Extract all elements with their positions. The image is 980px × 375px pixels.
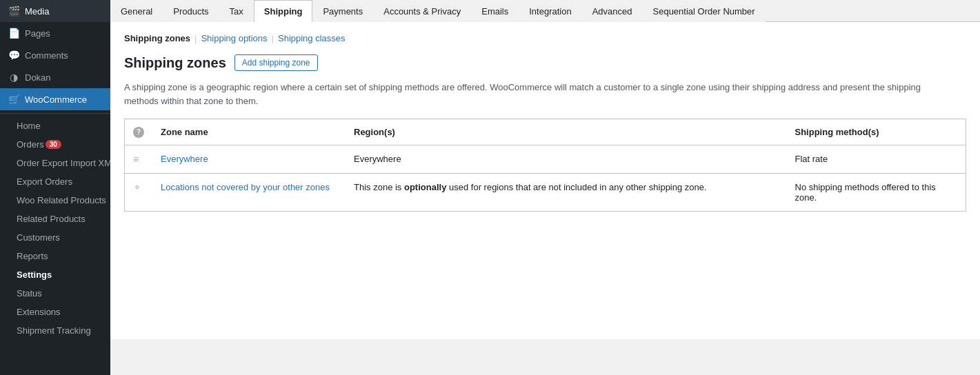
sidebar: 🎬 Media 📄 Pages 💬 Comments ◑ Dokan 🛒 Woo… bbox=[0, 0, 110, 375]
sidebar-subitem-status[interactable]: Status bbox=[0, 284, 110, 303]
woocommerce-icon: 🛒 bbox=[8, 94, 19, 105]
tab-general[interactable]: General bbox=[110, 0, 163, 22]
sidebar-subitem-extensions[interactable]: Extensions bbox=[0, 303, 110, 321]
globe-icon: ⚬ bbox=[133, 182, 141, 193]
tab-accounts-privacy[interactable]: Accounts & Privacy bbox=[373, 0, 471, 22]
sidebar-item-label: Media bbox=[25, 6, 49, 17]
sidebar-subitem-home[interactable]: Home bbox=[0, 116, 110, 135]
sidebar-item-woocommerce[interactable]: 🛒 WooCommerce bbox=[0, 88, 110, 110]
tab-advanced[interactable]: Advanced bbox=[582, 0, 643, 22]
tab-sequential-order-number[interactable]: Sequential Order Number bbox=[643, 0, 766, 22]
subnav-shipping-options[interactable]: Shipping options bbox=[201, 33, 267, 43]
tabs-bar: General Products Tax Shipping Payments A… bbox=[110, 0, 980, 22]
table-row: ⚬ Locations not covered by your other zo… bbox=[125, 173, 966, 211]
sidebar-subitem-order-export-import[interactable]: Order Export Import XML bbox=[0, 154, 110, 172]
zone-name-cell: Everywhere bbox=[152, 145, 346, 173]
tab-emails[interactable]: Emails bbox=[471, 0, 519, 22]
drag-handle-icon[interactable]: ≡ bbox=[133, 154, 139, 165]
sidebar-subitem-shipment-tracking[interactable]: Shipment Tracking bbox=[0, 321, 110, 340]
sub-nav: Shipping zones | Shipping options | Ship… bbox=[124, 33, 966, 43]
subnav-sep-1: | bbox=[194, 33, 197, 43]
tab-products[interactable]: Products bbox=[163, 0, 219, 22]
sidebar-item-label: Dokan bbox=[25, 72, 51, 83]
sidebar-subitem-customers[interactable]: Customers bbox=[0, 228, 110, 247]
region-cell: This zone is optionally used for regions… bbox=[346, 173, 787, 211]
region-text-suffix: used for regions that are not included i… bbox=[446, 182, 706, 192]
orders-badge: 30 bbox=[46, 140, 61, 149]
col-header-region: Region(s) bbox=[346, 119, 787, 145]
sidebar-item-label: Comments bbox=[25, 50, 68, 61]
region-text-bold: optionally bbox=[404, 182, 446, 192]
col-header-zone: Zone name bbox=[152, 119, 346, 145]
region-cell: Everywhere bbox=[346, 145, 787, 173]
tab-tax[interactable]: Tax bbox=[219, 0, 254, 22]
sidebar-subitem-export-orders[interactable]: Export Orders bbox=[0, 172, 110, 191]
sidebar-subitem-reports[interactable]: Reports bbox=[0, 247, 110, 265]
help-icon[interactable]: ? bbox=[133, 127, 144, 138]
add-shipping-zone-button[interactable]: Add shipping zone bbox=[234, 54, 318, 71]
col-header-method: Shipping method(s) bbox=[787, 119, 966, 145]
sidebar-item-pages[interactable]: 📄 Pages bbox=[0, 22, 110, 44]
tab-integration[interactable]: Integration bbox=[519, 0, 581, 22]
sidebar-subitem-settings[interactable]: Settings bbox=[0, 265, 110, 284]
subnav-shipping-classes[interactable]: Shipping classes bbox=[278, 33, 346, 43]
sidebar-subitem-related-products[interactable]: Related Products bbox=[0, 210, 110, 228]
sidebar-item-label: Pages bbox=[25, 28, 50, 39]
region-text-prefix: This zone is bbox=[354, 182, 404, 192]
content-area: Shipping zones | Shipping options | Ship… bbox=[110, 22, 980, 339]
tab-shipping[interactable]: Shipping bbox=[254, 0, 313, 22]
zone-locations-not-covered-link[interactable]: Locations not covered by your other zone… bbox=[161, 182, 330, 192]
col-header-icon: ? bbox=[125, 119, 153, 145]
page-title: Shipping zones bbox=[124, 55, 226, 71]
sidebar-item-dokan[interactable]: ◑ Dokan bbox=[0, 66, 110, 88]
sidebar-item-comments[interactable]: 💬 Comments bbox=[0, 44, 110, 66]
tab-payments[interactable]: Payments bbox=[312, 0, 373, 22]
pages-icon: 📄 bbox=[8, 28, 19, 39]
sidebar-item-label: WooCommerce bbox=[25, 94, 87, 105]
dokan-icon: ◑ bbox=[8, 72, 19, 83]
table-row: ≡ Everywhere Everywhere Flat rate bbox=[125, 145, 966, 173]
zone-everywhere-link[interactable]: Everywhere bbox=[161, 154, 208, 164]
method-cell: Flat rate bbox=[787, 145, 966, 173]
sidebar-item-media[interactable]: 🎬 Media bbox=[0, 0, 110, 22]
zones-table: ? Zone name Region(s) Shipping method(s)… bbox=[124, 119, 966, 212]
sidebar-subitem-woo-related-products[interactable]: Woo Related Products bbox=[0, 191, 110, 210]
subnav-sep-2: | bbox=[272, 33, 274, 43]
page-description: A shipping zone is a geographic region w… bbox=[124, 81, 952, 108]
sidebar-subitem-orders[interactable]: Orders 30 bbox=[0, 135, 110, 154]
subnav-current: Shipping zones bbox=[124, 33, 190, 43]
zone-name-cell: Locations not covered by your other zone… bbox=[152, 173, 346, 211]
comments-icon: 💬 bbox=[8, 50, 19, 61]
method-cell: No shipping methods offered to this zone… bbox=[787, 173, 966, 211]
media-icon: 🎬 bbox=[8, 6, 19, 17]
page-heading: Shipping zones Add shipping zone bbox=[124, 54, 966, 71]
main-content: General Products Tax Shipping Payments A… bbox=[110, 0, 980, 375]
drag-handle-cell: ≡ bbox=[125, 145, 153, 173]
globe-icon-cell: ⚬ bbox=[125, 173, 153, 211]
